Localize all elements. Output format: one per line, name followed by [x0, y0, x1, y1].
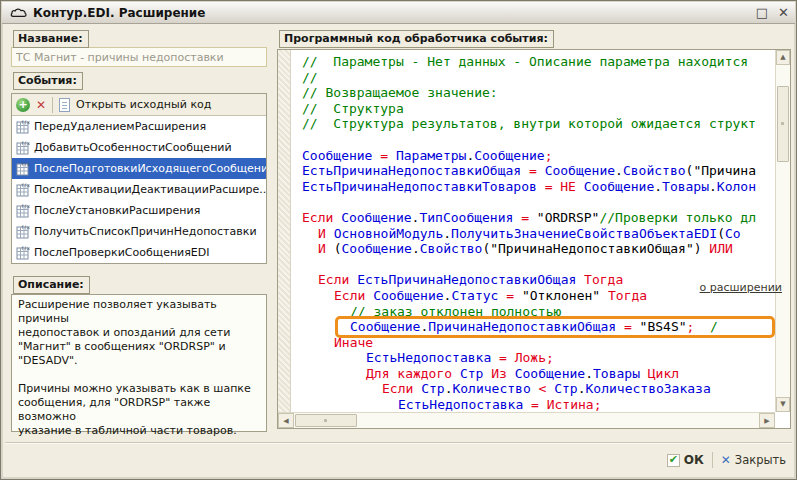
- event-name: ПослеПроверкиСообщенияEDI: [34, 246, 210, 259]
- code-line: Иначе: [302, 335, 775, 351]
- event-handler-icon: f(x): [15, 161, 30, 176]
- event-list-item[interactable]: f(x) ПередУдалениемРасширения: [12, 116, 266, 137]
- svg-text:f(x): f(x): [21, 119, 30, 125]
- code-line: ЕстьПричинаНедопоставкиТоваров = НЕ Сооб…: [302, 179, 775, 195]
- footer-separator: [5, 442, 792, 444]
- svg-text:f(x): f(x): [21, 203, 30, 209]
- event-list-item[interactable]: f(x) ПослеПроверкиСообщенияEDI: [12, 242, 266, 263]
- event-list-item[interactable]: f(x) ПолучитьСписокПричинНедопоставки: [12, 221, 266, 242]
- code-line: И ОсновнойМодуль.ПолучитьЗначениеСвойств…: [302, 226, 775, 242]
- code-line: Сообщение = Параметры.Сообщение;: [302, 148, 775, 164]
- code-line: // Возвращаемое значение:: [302, 85, 775, 101]
- code-line-highlighted: Сообщение.ПричинаНедопоставкиОбщая = "BS…: [302, 319, 775, 335]
- event-handler-icon: f(x): [15, 245, 30, 260]
- delete-event-button[interactable]: ✕: [36, 99, 46, 111]
- dialog-window: Контур.EDI. Расширение □ ✕ Название: Соб…: [0, 0, 797, 480]
- event-handler-icon: f(x): [15, 119, 30, 134]
- event-name: ПослеУстановкиРасширения: [34, 204, 200, 217]
- event-name: ПослеАктивацииДеактивацииРасшире...: [34, 183, 266, 196]
- code-line: Если Стр.Количество < Стр.КоличествоЗака…: [302, 381, 775, 397]
- code-editor[interactable]: // Параметры - Нет данных - Описание пар…: [292, 50, 775, 412]
- code-line: [302, 132, 775, 148]
- event-list-item[interactable]: f(x) ПослеУстановкиРасширения: [12, 200, 266, 221]
- svg-text:f(x): f(x): [21, 140, 30, 146]
- event-name: ДобавитьОсобенностиСообщений: [34, 141, 232, 154]
- breakpoint-margin[interactable]: [278, 50, 291, 412]
- events-panel: + ✕ Открыть исходный код f(x) ПередУдале…: [11, 93, 267, 264]
- events-toolbar: + ✕ Открыть исходный код: [12, 94, 266, 116]
- close-button-label: Закрыть: [735, 453, 786, 467]
- ok-check-icon: [667, 454, 680, 467]
- events-label: События:: [13, 72, 83, 90]
- ok-button[interactable]: ОК: [667, 453, 704, 467]
- vertical-scroll-thumb[interactable]: [777, 86, 789, 162]
- footer-buttons: ОК ✕ Закрыть: [667, 448, 786, 472]
- code-line: Для каждого Стр Из Сообщение.Товары Цикл: [302, 366, 775, 382]
- horizontal-scroll-thumb[interactable]: [295, 414, 357, 427]
- code-line: // Структура: [302, 101, 775, 117]
- open-source-code-icon[interactable]: [59, 98, 70, 112]
- event-name: ПередУдалениемРасширения: [34, 120, 206, 133]
- close-button[interactable]: ✕: [778, 6, 789, 19]
- maximize-button[interactable]: □: [756, 6, 768, 19]
- scroll-up-button[interactable]: ▲: [776, 50, 790, 65]
- code-line: [302, 257, 775, 273]
- code-line: // Структура результатов, внутри которой…: [302, 116, 775, 132]
- toolbar-separator: [52, 97, 53, 113]
- code-line: ЕстьПричинаНедопоставкиОбщая = Сообщение…: [302, 163, 775, 179]
- code-editor-panel: // Параметры - Нет данных - Описание пар…: [277, 49, 791, 429]
- close-x-icon: ✕: [721, 454, 731, 466]
- svg-text:f(x): f(x): [21, 161, 30, 167]
- close-dialog-button[interactable]: ✕ Закрыть: [721, 453, 786, 467]
- scroll-left-button[interactable]: ◀: [278, 413, 294, 428]
- event-handler-icon: f(x): [15, 182, 30, 197]
- vertical-scrollbar[interactable]: ▲ ▼: [775, 50, 790, 412]
- add-event-button[interactable]: +: [16, 98, 30, 112]
- svg-text:f(x): f(x): [21, 182, 30, 188]
- code-label: Программный код обработчика события:: [279, 30, 554, 48]
- button-divider: [712, 452, 713, 468]
- code-line: //: [302, 70, 775, 86]
- svg-text:f(x): f(x): [21, 224, 30, 230]
- open-source-code-button[interactable]: Открыть исходный код: [76, 98, 211, 111]
- description-text: Расширение позволяет указывать причины н…: [11, 294, 267, 432]
- horizontal-scrollbar[interactable]: ◀ ▶: [278, 412, 775, 428]
- code-line: Если Сообщение.ТипСообщения = "ORDRSP"//…: [302, 210, 775, 226]
- code-line: ЕстьНедопоставка = Истина;: [302, 397, 775, 412]
- window-title: Контур.EDI. Расширение: [33, 6, 205, 20]
- event-name: ПолучитьСписокПричинНедопоставки: [34, 225, 257, 238]
- description-label: Описание:: [13, 276, 90, 294]
- scroll-right-button[interactable]: ▶: [759, 413, 775, 428]
- code-line: И (Сообщение.Свойство("ПричинаНедопостав…: [302, 241, 775, 257]
- name-label: Название:: [13, 30, 89, 48]
- events-list: f(x) ПередУдалениемРасширения f(x) Добав…: [12, 116, 266, 263]
- svg-text:f(x): f(x): [21, 245, 30, 251]
- event-handler-icon: f(x): [15, 140, 30, 155]
- event-list-item[interactable]: f(x) ПослеАктивацииДеактивацииРасшире...: [12, 179, 266, 200]
- event-handler-icon: f(x): [15, 203, 30, 218]
- thumb-grip: [781, 122, 784, 125]
- app-logo-icon: [10, 6, 27, 19]
- about-extension-link[interactable]: о расширении: [700, 281, 782, 294]
- titlebar: Контур.EDI. Расширение □ ✕: [2, 2, 795, 24]
- extension-name-input[interactable]: [11, 47, 267, 67]
- event-list-item[interactable]: f(x) ДобавитьОсобенностиСообщений: [12, 137, 266, 158]
- code-line: // заказ отклонен полностью: [302, 304, 775, 320]
- event-name: ПослеПодготовкиИсходящегоСообщения: [34, 162, 266, 175]
- code-line: [302, 194, 775, 210]
- scroll-down-button[interactable]: ▼: [776, 397, 790, 412]
- ok-button-label: ОК: [684, 453, 704, 467]
- thumb-grip: [324, 419, 327, 422]
- event-handler-icon: f(x): [15, 224, 30, 239]
- event-list-item[interactable]: f(x) ПослеПодготовкиИсходящегоСообщения: [12, 158, 266, 179]
- code-line: ЕстьНедопоставка = Ложь;: [302, 350, 775, 366]
- code-line: // Параметры - Нет данных - Описание пар…: [302, 54, 775, 70]
